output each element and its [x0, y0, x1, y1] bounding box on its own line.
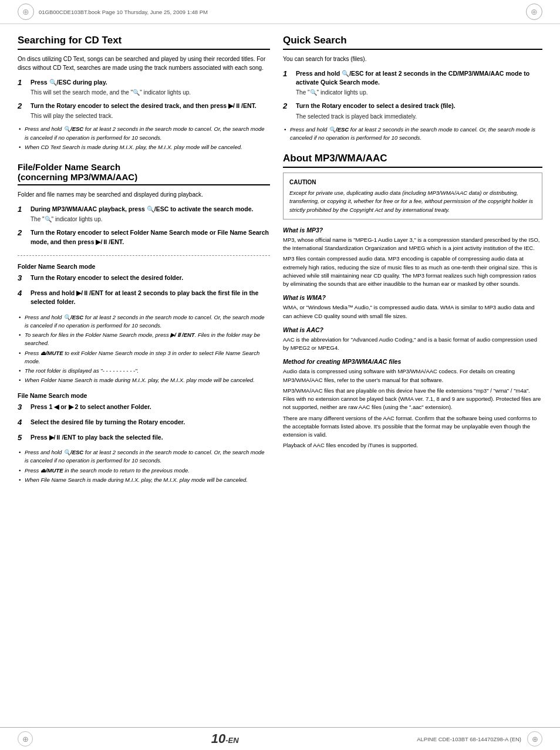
section-title-quick-search: Quick Search	[283, 35, 542, 50]
cd-text-step-2: 2 Turn the Rotary encoder to select the …	[18, 102, 270, 120]
file-folder-intro: Folder and file names may be searched an…	[18, 190, 270, 199]
section-title-file-folder: File/Folder Name Search(concerning MP3/W…	[18, 162, 270, 185]
section-title-cd-text: Searching for CD Text	[18, 35, 270, 50]
file-step-5-content: Press ▶/⏸/ENT to play back the selected …	[31, 433, 270, 444]
method-text-4: Playback of AAC files encoded by iTunes …	[283, 441, 542, 450]
file-step-5: 5 Press ▶/⏸/ENT to play back the selecte…	[18, 433, 270, 444]
caution-title: CAUTION	[289, 178, 536, 187]
folder-bullet-4: The root folder is displayed as "- - - -…	[18, 367, 270, 375]
whatis-wma-title: What is WMA?	[283, 294, 542, 301]
quick-step-1-num: 1	[283, 69, 292, 78]
quick-step-1-main: Press and hold 🔍/ESC for at least 2 seco…	[296, 69, 542, 87]
whatis-mp3-text-2: MP3 files contain compressed audio data.…	[283, 255, 542, 288]
quick-step-2: 2 Turn the Rotary encoder to select a de…	[283, 102, 542, 120]
file-step-4-main: Select the desired file by turning the R…	[31, 418, 270, 427]
cd-text-step-2-num: 2	[18, 102, 27, 110]
file-step-3-main: Press 1 ◀ or ▶ 2 to select another Folde…	[31, 403, 270, 411]
page-number-block: 10-EN	[211, 731, 239, 746]
file-bullet-3: When File Name Search is made during M.I…	[18, 476, 270, 484]
file-bullet-2: Press ⏏/MUTE in the search mode to retur…	[18, 467, 270, 475]
folder-step-4-main: Press and hold ▶/⏸/ENT for at least 2 se…	[31, 289, 270, 306]
file-step-3: 3 Press 1 ◀ or ▶ 2 to select another Fol…	[18, 403, 270, 413]
cd-text-step-1-sub: This will set the search mode, and the "…	[31, 89, 270, 97]
file-folder-step-1-sub: The "🔍" indicator lights up.	[31, 215, 270, 224]
file-folder-step-1: 1 During MP3/WMA/AAC playback, press 🔍/E…	[18, 205, 270, 224]
whatis-aac-text: AAC is the abbreviation for "Advanced Au…	[283, 336, 542, 353]
folder-bullet-3: Press ⏏/MUTE to exit Folder Name Search …	[18, 349, 270, 366]
file-step-5-num: 5	[18, 433, 27, 442]
folder-name-search-label: Folder Name Search mode	[18, 263, 270, 270]
cd-text-step-1-num: 1	[18, 78, 27, 87]
whatis-aac-title: What is AAC?	[283, 326, 542, 333]
cd-text-step-1-content: Press 🔍/ESC during play. This will set t…	[31, 78, 270, 97]
whatis-mp3-text: MP3, whose official name is "MPEG-1 Audi…	[283, 236, 542, 253]
quick-bullet-1: Press and hold 🔍/ESC for at least 2 seco…	[283, 126, 542, 143]
product-info: ALPINE CDE-103BT 68-14470Z98-A (EN)	[417, 736, 521, 742]
cd-text-bullet-1: Press and hold 🔍/ESC for at least 2 seco…	[18, 125, 270, 142]
file-bullet-1: Press and hold 🔍/ESC for at least 2 seco…	[18, 448, 270, 465]
page-number: 10	[211, 731, 225, 746]
folder-bullets: Press and hold 🔍/ESC for at least 2 seco…	[18, 313, 270, 385]
file-folder-step-1-num: 1	[18, 205, 27, 214]
method-text-2: MP3/WMA/AAC files that are playable on t…	[283, 387, 542, 412]
caution-text: Except for private use, duplicating audi…	[289, 189, 536, 214]
folder-bullet-2: To search for files in the Folder Name S…	[18, 331, 270, 348]
quick-search-intro: You can search for tracks (files).	[283, 55, 542, 63]
cd-text-bullet-2: When CD Text Search is made during M.I.X…	[18, 143, 270, 151]
folder-step-3-num: 3	[18, 273, 27, 282]
content-area: Searching for CD Text On discs utilizing…	[0, 24, 560, 505]
cd-text-step-2-main: Turn the Rotary encoder to select the de…	[31, 102, 270, 110]
file-step-4: 4 Select the desired file by turning the…	[18, 418, 270, 428]
file-step-4-content: Select the desired file by turning the R…	[31, 418, 270, 428]
folder-bullet-5: When Folder Name Search is made during M…	[18, 376, 270, 384]
quick-step-1: 1 Press and hold 🔍/ESC for at least 2 se…	[283, 69, 542, 97]
file-step-3-content: Press 1 ◀ or ▶ 2 to select another Folde…	[31, 403, 270, 413]
cd-text-step-1-main: Press 🔍/ESC during play.	[31, 78, 270, 87]
method-title: Method for creating MP3/WMA/AAC files	[283, 358, 542, 365]
whatis-wma-text: WMA, or "Windows Media™ Audio," is compr…	[283, 303, 542, 320]
left-column: Searching for CD Text On discs utilizing…	[18, 35, 270, 495]
folder-step-3-main: Turn the Rotary encoder to select the de…	[31, 273, 270, 282]
folder-step-4: 4 Press and hold ▶/⏸/ENT for at least 2 …	[18, 289, 270, 308]
quick-step-2-main: Turn the Rotary encoder to select a desi…	[296, 102, 542, 110]
file-folder-step-2-content: Turn the Rotary encoder to select Folder…	[31, 228, 270, 248]
file-step-5-main: Press ▶/⏸/ENT to play back the selected …	[31, 433, 270, 442]
file-step-4-num: 4	[18, 418, 27, 427]
file-folder-step-2: 2 Turn the Rotary encoder to select Fold…	[18, 228, 270, 248]
file-folder-step-2-main: Turn the Rotary encoder to select Folder…	[31, 228, 270, 246]
cd-text-step-2-content: Turn the Rotary encoder to select the de…	[31, 102, 270, 120]
folder-step-3: 3 Turn the Rotary encoder to select the …	[18, 273, 270, 284]
footer: ⊕ 10-EN ALPINE CDE-103BT 68-14470Z98-A (…	[0, 727, 560, 750]
right-column: Quick Search You can search for tracks (…	[283, 35, 542, 495]
quick-bullets: Press and hold 🔍/ESC for at least 2 seco…	[283, 126, 542, 143]
file-folder-step-1-content: During MP3/WMA/AAC playback, press 🔍/ESC…	[31, 205, 270, 224]
file-folder-step-2-num: 2	[18, 228, 27, 237]
whatis-mp3-title: What is MP3?	[283, 227, 542, 234]
file-bullets: Press and hold 🔍/ESC for at least 2 seco…	[18, 448, 270, 484]
cd-text-step-2-sub: This will play the selected track.	[31, 112, 270, 120]
quick-step-1-sub: The "🔍" indicator lights up.	[296, 89, 542, 97]
quick-step-2-content: Turn the Rotary encoder to select a desi…	[296, 102, 542, 120]
quick-step-1-content: Press and hold 🔍/ESC for at least 2 seco…	[296, 69, 542, 97]
method-text-1: Audio data is compressed using software …	[283, 367, 542, 384]
folder-step-4-content: Press and hold ▶/⏸/ENT for at least 2 se…	[31, 289, 270, 308]
folder-step-4-num: 4	[18, 289, 27, 298]
footer-corner-right: ⊕	[527, 731, 542, 746]
file-folder-step-1-main: During MP3/WMA/AAC playback, press 🔍/ESC…	[31, 205, 270, 214]
folder-step-3-content: Turn the Rotary encoder to select the de…	[31, 273, 270, 284]
caution-box: CAUTION Except for private use, duplicat…	[283, 173, 542, 219]
folder-bullet-1: Press and hold 🔍/ESC for at least 2 seco…	[18, 313, 270, 330]
section-about-mp3: About MP3/WMA/AAC CAUTION Except for pri…	[283, 153, 542, 450]
cd-text-intro: On discs utilizing CD Text, songs can be…	[18, 55, 270, 72]
section-title-about-mp3: About MP3/WMA/AAC	[283, 153, 542, 168]
quick-step-2-num: 2	[283, 102, 292, 110]
quick-step-2-sub: The selected track is played back immedi…	[296, 113, 542, 121]
section-searching-cd-text: Searching for CD Text On discs utilizing…	[18, 35, 270, 151]
file-name-search-label: File Name Search mode	[18, 392, 270, 399]
page-suffix: -EN	[225, 736, 238, 745]
dashed-separator	[18, 255, 270, 256]
section-quick-search: Quick Search You can search for tracks (…	[283, 35, 542, 142]
cd-text-bullets: Press and hold 🔍/ESC for at least 2 seco…	[18, 125, 270, 151]
section-file-folder-search: File/Folder Name Search(concerning MP3/W…	[18, 162, 270, 484]
page: ⊕ 01GB00CDE103BT.book Page 10 Thursday, …	[0, 0, 560, 750]
